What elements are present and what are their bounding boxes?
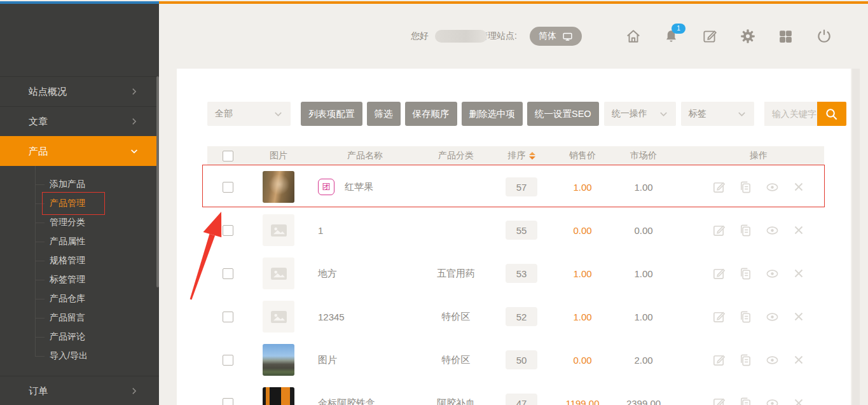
search-input[interactable]	[764, 102, 817, 126]
row-sort-cell: 53	[491, 264, 552, 283]
table-row: 金标阿胶铁盒阿胶补血471199.002399.00	[207, 381, 824, 405]
select-all-checkbox[interactable]	[223, 151, 233, 161]
delete-action-icon[interactable]	[792, 223, 806, 237]
delete-action-icon[interactable]	[792, 180, 806, 194]
column-header-市场价: 市场价	[613, 150, 674, 161]
sale-price: 1.00	[552, 268, 613, 279]
view-action-icon[interactable]	[765, 266, 780, 281]
submenu-item-label: 产品管理	[50, 198, 85, 209]
sidebar-item-订单[interactable]: 订单	[0, 376, 159, 405]
category-filter-select[interactable]: 全部	[207, 102, 291, 126]
edit-icon	[712, 266, 726, 281]
edit-action-icon[interactable]	[712, 266, 726, 281]
edit-icon	[712, 353, 726, 367]
tag-select[interactable]: 标签	[681, 102, 754, 126]
sort-order-input[interactable]: 50	[506, 350, 537, 369]
chevron-right-icon	[130, 387, 139, 395]
row-checkbox[interactable]	[223, 398, 233, 405]
edit-action-icon[interactable]	[712, 310, 726, 324]
row-checkbox-cell	[207, 312, 248, 322]
submenu-item-导入/导出[interactable]: 导入/导出	[0, 347, 159, 366]
product-name: 1	[318, 225, 323, 236]
product-thumbnail-placeholder	[263, 301, 294, 333]
row-checkbox[interactable]	[223, 225, 233, 236]
bell-icon[interactable]: 1	[663, 28, 680, 45]
view-action-icon[interactable]	[765, 180, 780, 195]
row-checkbox[interactable]	[223, 312, 233, 322]
row-sort-cell: 55	[491, 221, 552, 240]
toolbar-button-统一设置SEO[interactable]: 统一设置SEO	[527, 102, 599, 126]
sidebar-item-站点概况[interactable]: 站点概况	[0, 76, 159, 106]
row-name-cell: 地方	[309, 268, 421, 280]
toolbar-button-列表项配置[interactable]: 列表项配置	[301, 102, 362, 126]
home-icon[interactable]	[624, 28, 642, 45]
column-header-产品名称: 产品名称	[309, 150, 421, 161]
edit-action-icon[interactable]	[712, 223, 726, 238]
view-action-icon[interactable]	[765, 223, 780, 238]
submenu-item-产品仓库[interactable]: 产品仓库	[0, 289, 159, 308]
row-checkbox[interactable]	[223, 182, 233, 193]
edit-action-icon[interactable]	[712, 180, 726, 195]
edit-action-icon[interactable]	[712, 353, 726, 367]
sidebar-item-label: 产品	[29, 146, 48, 158]
delete-action-icon[interactable]	[792, 396, 806, 405]
copy-action-icon[interactable]	[738, 396, 753, 405]
row-checkbox[interactable]	[223, 268, 233, 279]
sidebar: 站点概况文章产品添加产品产品管理管理分类产品属性规格管理标签管理产品仓库产品留言…	[0, 4, 159, 405]
sort-arrows-icon[interactable]	[529, 152, 535, 160]
submenu-item-管理分类[interactable]: 管理分类	[0, 213, 159, 232]
sort-order-input[interactable]: 55	[506, 221, 537, 240]
delete-icon	[792, 396, 806, 405]
submenu-item-label: 产品评论	[50, 331, 85, 343]
submenu-item-规格管理[interactable]: 规格管理	[0, 251, 159, 270]
copy-action-icon[interactable]	[738, 180, 753, 195]
view-icon	[765, 223, 780, 238]
sidebar-item-文章[interactable]: 文章	[0, 106, 159, 136]
power-icon[interactable]	[815, 28, 832, 45]
sort-up-icon	[529, 152, 535, 155]
delete-action-icon[interactable]	[792, 353, 806, 367]
copy-action-icon[interactable]	[738, 223, 753, 238]
row-checkbox[interactable]	[223, 355, 233, 366]
search-icon	[824, 107, 839, 121]
language-switch-button[interactable]: 简体	[530, 27, 582, 46]
search-button[interactable]	[817, 102, 846, 126]
product-thumbnail-photo-darkbox	[263, 387, 294, 405]
sidebar-item-产品[interactable]: 产品	[0, 136, 159, 166]
page-scrollbar[interactable]	[852, 69, 860, 405]
sidebar-scrollbar[interactable]	[156, 76, 159, 287]
toolbar-button-保存顺序[interactable]: 保存顺序	[405, 102, 457, 126]
group-buy-badge: 团	[318, 179, 334, 195]
submenu-item-产品属性[interactable]: 产品属性	[0, 232, 159, 251]
toolbar-button-筛选[interactable]: 筛选	[367, 102, 401, 126]
copy-action-icon[interactable]	[738, 310, 753, 324]
delete-action-icon[interactable]	[792, 310, 806, 324]
row-actions-cell	[674, 353, 824, 367]
submenu-item-产品管理[interactable]: 产品管理	[0, 194, 159, 213]
gear-icon[interactable]	[739, 28, 756, 45]
sort-order-input[interactable]: 47	[506, 394, 537, 405]
column-header-label: 排序	[508, 150, 526, 161]
delete-action-icon[interactable]	[792, 266, 806, 280]
copy-action-icon[interactable]	[738, 266, 753, 281]
submenu-item-产品评论[interactable]: 产品评论	[0, 327, 159, 347]
edit-action-icon[interactable]	[712, 396, 726, 405]
product-thumbnail-placeholder	[263, 257, 294, 289]
apps-icon[interactable]	[777, 28, 794, 45]
chevron-right-icon	[130, 117, 139, 126]
view-action-icon[interactable]	[765, 396, 780, 405]
toolbar-button-删除选中项[interactable]: 删除选中项	[462, 102, 523, 126]
sort-order-input[interactable]: 57	[506, 177, 537, 196]
row-image-cell	[248, 344, 309, 376]
copy-action-icon[interactable]	[738, 353, 753, 367]
sort-order-input[interactable]: 53	[506, 264, 537, 283]
view-action-icon[interactable]	[765, 353, 780, 367]
submenu-item-标签管理[interactable]: 标签管理	[0, 270, 159, 289]
submenu-item-添加产品[interactable]: 添加产品	[0, 175, 159, 194]
sort-order-input[interactable]: 52	[506, 307, 537, 326]
batch-action-select[interactable]: 统一操作	[604, 102, 676, 126]
view-icon	[765, 396, 780, 405]
view-action-icon[interactable]	[765, 310, 780, 324]
submenu-item-产品留言[interactable]: 产品留言	[0, 308, 159, 327]
edit-icon[interactable]	[701, 28, 718, 45]
